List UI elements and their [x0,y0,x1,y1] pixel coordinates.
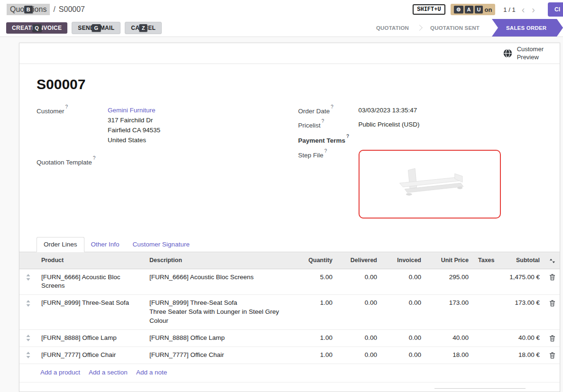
invoiced-cell[interactable]: 0.00 [382,295,426,330]
tab-other-info[interactable]: Other Info [84,237,126,252]
drag-handle[interactable] [19,346,37,364]
cancel-button[interactable]: CANCEL Z [125,22,162,34]
unit-price-cell[interactable]: 173.00 [426,295,473,330]
product-cell[interactable]: [FURN_8888] Office Lamp [37,330,145,347]
field-group-left: Customer? Gemini Furniture 317 Fairchild… [37,106,281,223]
delete-row-button[interactable] [545,269,560,295]
table-row[interactable]: [FURN_8999] Three-Seat Sofa [FURN_8999] … [19,295,560,330]
subtotal-cell: 173.00 € [494,295,545,330]
field-value-pricelist[interactable]: Public Pricelist (USD) [359,120,420,130]
delete-row-button[interactable] [545,330,560,347]
field-order-date: Order Date? 03/03/2023 13:35:47 [298,106,543,116]
chevron-separator-icon [416,25,423,31]
status-step-quotation-sent[interactable]: QUOTATION SENT [423,19,487,36]
field-value-order-date[interactable]: 03/03/2023 13:35:47 [359,106,417,116]
top-controls: SHIFT+U ⚙ A U on 1 / 1 ‹ › Cl [413,2,563,17]
add-section-link[interactable]: Add a section [89,369,128,376]
column-header-unit-price: Unit Price [426,252,473,269]
column-header-product: Product [37,252,145,269]
subtotal-cell: 40.00 € [494,330,545,347]
product-cell[interactable]: [FURN_7777] Office Chair [37,346,145,364]
field-pricelist: Pricelist? Public Pricelist (USD) [298,120,543,130]
column-header-invoiced: Invoiced [382,252,426,269]
taxes-cell[interactable] [473,346,494,364]
delivered-cell[interactable]: 0.00 [337,269,382,295]
invoiced-cell[interactable]: 0.00 [382,346,426,364]
customer-preview-button[interactable]: Customer Preview [503,46,544,61]
optional-columns-toggle[interactable] [545,252,560,269]
invoiced-cell[interactable]: 0.00 [382,269,426,295]
unit-price-cell[interactable]: 295.00 [426,269,473,295]
notebook-tabs: Order Lines Other Info Customer Signatur… [19,237,560,252]
tab-order-lines[interactable]: Order Lines [37,237,84,252]
pager-previous-button[interactable]: ‹ [521,5,526,14]
quantity-cell[interactable]: 1.00 [290,330,337,347]
app-window: Quotations B / S00007 SHIFT+U ⚙ A U on 1… [0,0,563,392]
pager-next-button[interactable]: › [531,5,536,14]
help-icon: ? [65,104,68,109]
delivered-cell[interactable]: 0.00 [337,346,382,364]
description-cell[interactable]: [FURN_6666] Acoustic Bloc Screens [145,269,290,295]
taxes-cell[interactable] [473,295,494,330]
description-cell[interactable]: [FURN_7777] Office Chair [145,346,290,364]
sort-arrows-icon [549,258,555,264]
unit-price-cell[interactable]: 18.00 [426,346,473,364]
breadcrumb-quotations-link[interactable]: Quotations B [7,4,50,15]
action-menu-button[interactable]: ⚙ A U on [451,4,496,15]
table-row[interactable]: [FURN_8888] Office Lamp [FURN_8888] Offi… [19,330,560,347]
status-pipeline: QUOTATION QUOTATION SENT SALES ORDER [369,19,563,36]
quantity-cell[interactable]: 1.00 [290,295,337,330]
sheet-header-strip: Customer Preview [19,43,560,64]
field-value-customer: Gemini Furniture 317 Fairchild Dr Fairfi… [108,106,160,146]
send-email-button[interactable]: SEND EMAIL G [72,22,120,34]
description-cell[interactable]: [FURN_8999] Three-Seat SofaThree Seater … [145,295,290,330]
tab-customer-signature[interactable]: Customer Signature [126,237,196,252]
create-invoice-button[interactable]: CREATE INVOICE Q [6,22,67,34]
chevron-right-icon: › [532,4,535,15]
drag-handle-icon [26,352,30,358]
drag-handle-icon [26,335,30,341]
step-file-image[interactable] [359,150,501,219]
field-payment-terms: Payment Terms? [298,135,543,144]
top-bar: Quotations B / S00007 SHIFT+U ⚙ A U on 1… [0,0,563,19]
delete-row-button[interactable] [545,295,560,330]
help-icon: ? [346,134,349,139]
column-header-subtotal: Subtotal [494,252,545,269]
totals-box: Total: 1,706.00 € [434,388,526,392]
add-note-link[interactable]: Add a note [136,369,167,376]
product-cell[interactable]: [FURN_8999] Three-Seat Sofa [37,295,145,330]
furniture-3d-render-image [380,161,480,208]
delete-row-button[interactable] [545,346,560,364]
shortcut-chip: SHIFT+U [413,4,445,15]
order-lines-table: Product Description Quantity Delivered I… [19,252,560,364]
gear-icon: ⚙ [454,6,463,13]
description-cell[interactable]: [FURN_8888] Office Lamp [145,330,290,347]
customer-link[interactable]: Gemini Furniture [108,107,156,114]
drag-handle-icon [26,300,30,307]
quantity-cell[interactable]: 5.00 [290,269,337,295]
drag-handle[interactable] [19,330,37,347]
drag-handle[interactable] [19,269,37,295]
quantity-cell[interactable]: 1.00 [290,346,337,364]
delivered-cell[interactable]: 0.00 [337,330,382,347]
drag-handle[interactable] [19,295,37,330]
field-quotation-template: Quotation Template? [37,157,281,166]
delivered-cell[interactable]: 0.00 [337,295,382,330]
terms-and-conditions-field[interactable]: Terms and conditions... [54,387,120,392]
field-label-quotation-template: Quotation Template? [37,157,108,166]
add-product-link[interactable]: Add a product [40,369,80,376]
globe-icon [503,48,513,58]
taxes-cell[interactable] [473,269,494,295]
taxes-cell[interactable] [473,330,494,347]
subtotal-cell: 1,475.00 € [494,269,545,295]
pager-counter: 1 / 1 [503,6,515,13]
product-cell[interactable]: [FURN_6666] Acoustic Bloc Screens [37,269,145,295]
status-step-sales-order[interactable]: SALES ORDER [492,19,563,36]
unit-price-cell[interactable]: 40.00 [426,330,473,347]
table-row[interactable]: [FURN_6666] Acoustic Bloc Screens [FURN_… [19,269,560,295]
invoiced-cell[interactable]: 0.00 [382,330,426,347]
status-step-quotation[interactable]: QUOTATION [369,19,416,36]
close-button[interactable]: Cl [548,2,563,17]
sheet: Customer Preview S00007 Customer? Gemini… [19,43,560,392]
table-row[interactable]: [FURN_7777] Office Chair [FURN_7777] Off… [19,346,560,364]
